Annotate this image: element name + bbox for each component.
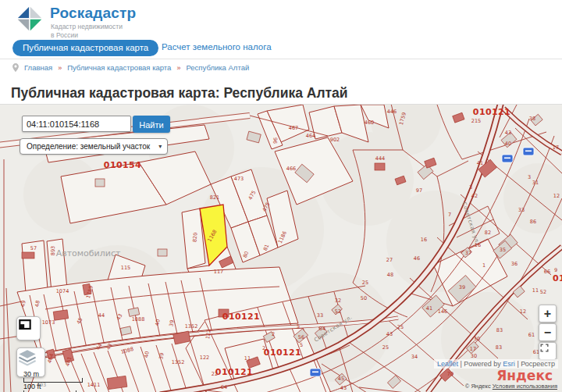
breadcrumb-home[interactable]: Главная: [24, 63, 52, 72]
breadcrumb-separator: »: [176, 64, 180, 72]
attribution-separator: |: [460, 360, 461, 368]
zoom-in-button[interactable]: +: [539, 305, 557, 323]
powered-by-label: Powered by: [464, 360, 501, 368]
extent-icon: [17, 317, 33, 333]
fullscreen-icon: [539, 343, 550, 353]
tab-public-map[interactable]: Публичная кадастровая карта: [12, 40, 158, 56]
fullscreen-button[interactable]: [539, 342, 557, 360]
tab-land-tax[interactable]: Расчет земельного налога: [162, 42, 272, 52]
attribution-separator: |: [517, 360, 518, 368]
breadcrumb-public-map[interactable]: Публичная кадастровая карта: [67, 63, 171, 72]
scale-bar: 30 m 100 ft: [23, 370, 83, 392]
yandex-attribution: © Яндекс Условия использования: [465, 383, 557, 390]
leaflet-link[interactable]: Leaflet: [437, 360, 458, 368]
yandex-logo: Яндекс: [496, 368, 553, 383]
terms-link[interactable]: Условия использования: [493, 383, 557, 390]
location-pin-icon: [12, 63, 19, 72]
rosreestr-label: Росреестр: [521, 360, 555, 368]
extent-button[interactable]: [16, 316, 41, 340]
search-input[interactable]: [22, 116, 131, 132]
main-nav: Публичная кадастровая карта Расчет земел…: [0, 39, 562, 59]
esri-link[interactable]: Esri: [503, 360, 515, 368]
site-header: Роскадастр Кадастр недвижимости в России: [0, 0, 562, 37]
object-type-dropdown[interactable]: Определение: земельный участок ▾: [20, 138, 168, 155]
yandex-copyright: © Яндекс: [465, 383, 491, 390]
layers-icon: [17, 348, 37, 367]
search-button[interactable]: Найти: [133, 116, 170, 133]
scale-metric-label: 30 m: [23, 370, 83, 378]
breadcrumb-region[interactable]: Республика Алтай: [186, 63, 249, 72]
brand-tagline: Кадастр недвижимости в России: [51, 23, 123, 40]
breadcrumb: Главная » Публичная кадастровая карта » …: [12, 63, 249, 72]
map-container: 01015401012101012101012101012101Автомоби…: [0, 104, 562, 392]
breadcrumb-separator: »: [58, 64, 62, 72]
scale-imperial-label: 100 ft: [23, 383, 83, 390]
page-title: Публичная кадастровая карта: Республика …: [11, 85, 348, 102]
chevron-down-icon: ▾: [158, 139, 162, 154]
roskadastr-logo-icon: [14, 3, 45, 34]
zoom-out-button[interactable]: −: [539, 323, 557, 341]
object-type-label: Определение: земельный участок: [27, 142, 150, 151]
brand-name: Роскадастр: [50, 5, 136, 22]
